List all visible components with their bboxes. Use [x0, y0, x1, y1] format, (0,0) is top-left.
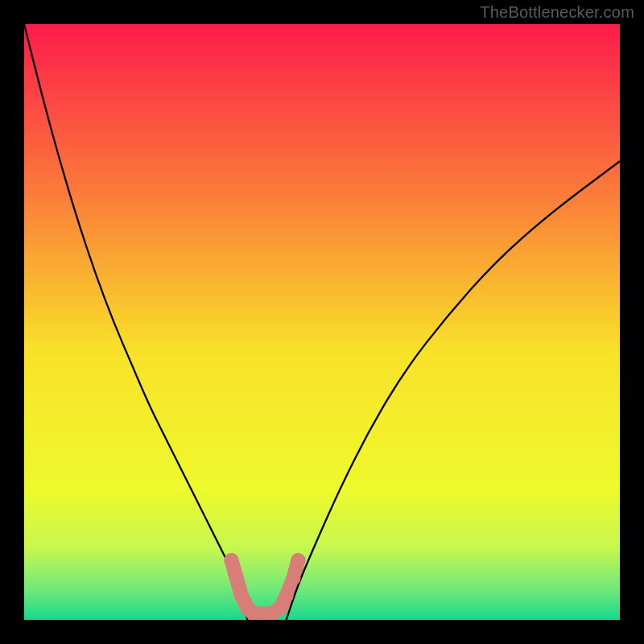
marker-point	[229, 568, 243, 583]
marker-point	[279, 588, 294, 603]
chart-svg	[24, 24, 620, 620]
marker-point	[291, 553, 305, 568]
marker-point	[286, 571, 300, 585]
watermark-text: TheBottlenecker.com	[480, 3, 634, 22]
marker-point	[225, 553, 239, 568]
plot-area	[24, 24, 620, 620]
chart-frame: TheBottlenecker.com	[0, 0, 644, 644]
